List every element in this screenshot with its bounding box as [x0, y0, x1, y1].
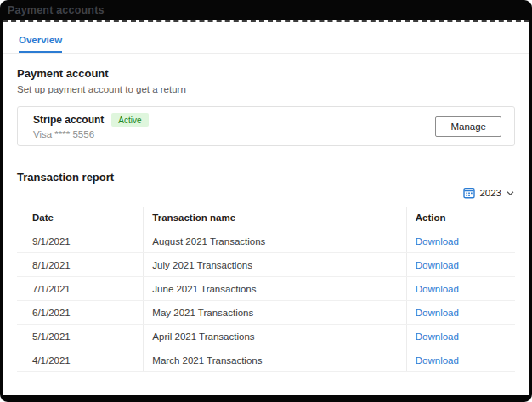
- download-link[interactable]: Download: [416, 308, 459, 318]
- header-row: Date Transaction name Action: [17, 207, 515, 229]
- year-filter-value: 2023: [479, 188, 501, 198]
- cell-transaction-name: July 2021 Transactions: [144, 253, 406, 277]
- window-titlebar: Payment accounts: [0, 0, 532, 20]
- year-filter-dropdown[interactable]: 2023: [463, 187, 515, 199]
- account-card-number: Visa **** 5556: [33, 129, 149, 139]
- status-badge: Active: [111, 113, 148, 127]
- transactions-table-body: 9/1/2021 August 2021 Transactions Downlo…: [17, 229, 515, 372]
- cell-transaction-name: June 2021 Transactions: [144, 277, 406, 301]
- cell-action: Download: [406, 348, 515, 372]
- cell-transaction-name: May 2021 Transactions: [144, 301, 406, 325]
- year-filter-row: 2023: [17, 184, 515, 201]
- download-link[interactable]: Download: [416, 355, 459, 365]
- column-header-transaction-name: Transaction name: [144, 207, 406, 229]
- column-header-date: Date: [17, 207, 144, 229]
- cell-action: Download: [406, 253, 515, 277]
- transactions-table-header: Date Transaction name Action: [17, 207, 515, 229]
- payment-accounts-window: Payment accounts Overview Payment accoun…: [0, 0, 532, 402]
- chevron-down-icon: [506, 189, 515, 198]
- tab-bar: Overview: [3, 22, 529, 54]
- download-link[interactable]: Download: [416, 284, 459, 294]
- payment-account-heading: Payment account: [17, 67, 515, 80]
- cell-date: 7/1/2021: [17, 277, 144, 301]
- stripe-account-card: Stripe account Active Visa **** 5556 Man…: [17, 106, 515, 146]
- manage-button[interactable]: Manage: [435, 116, 501, 137]
- tab-overview[interactable]: Overview: [19, 35, 62, 53]
- payment-account-subheading: Set up payment account to get a return: [17, 84, 515, 94]
- cell-transaction-name: August 2021 Transactions: [144, 229, 406, 253]
- table-row: 8/1/2021 July 2021 Transactions Download: [17, 253, 515, 277]
- table-row: 9/1/2021 August 2021 Transactions Downlo…: [17, 229, 515, 253]
- cell-date: 4/1/2021: [17, 348, 144, 372]
- column-header-action: Action: [406, 207, 515, 229]
- cell-action: Download: [406, 301, 515, 325]
- account-name-row: Stripe account Active: [33, 113, 149, 127]
- download-link[interactable]: Download: [416, 331, 459, 342]
- cell-action: Download: [406, 229, 515, 253]
- cell-date: 5/1/2021: [17, 325, 144, 348]
- transactions-table: Date Transaction name Action 9/1/2021 Au…: [17, 207, 515, 372]
- cell-transaction-name: April 2021 Transactions: [144, 325, 406, 348]
- table-row: 6/1/2021 May 2021 Transactions Download: [17, 301, 515, 325]
- download-link[interactable]: Download: [416, 260, 459, 270]
- window-title: Payment accounts: [8, 4, 105, 16]
- table-row: 4/1/2021 March 2021 Transactions Downloa…: [17, 348, 515, 372]
- cell-transaction-name: March 2021 Transactions: [144, 348, 406, 372]
- account-info: Stripe account Active Visa **** 5556: [33, 113, 149, 139]
- cell-action: Download: [406, 325, 515, 348]
- download-link[interactable]: Download: [416, 236, 459, 246]
- account-name: Stripe account: [33, 114, 104, 126]
- calendar-icon: [463, 187, 475, 199]
- cell-date: 8/1/2021: [17, 253, 144, 277]
- cell-action: Download: [406, 277, 515, 301]
- cell-date: 9/1/2021: [17, 229, 144, 253]
- transaction-report-heading: Transaction report: [17, 171, 515, 184]
- table-row: 7/1/2021 June 2021 Transactions Download: [17, 277, 515, 301]
- window-content: Overview Payment account Set up payment …: [3, 20, 529, 395]
- table-row: 5/1/2021 April 2021 Transactions Downloa…: [17, 325, 515, 348]
- cell-date: 6/1/2021: [17, 301, 144, 325]
